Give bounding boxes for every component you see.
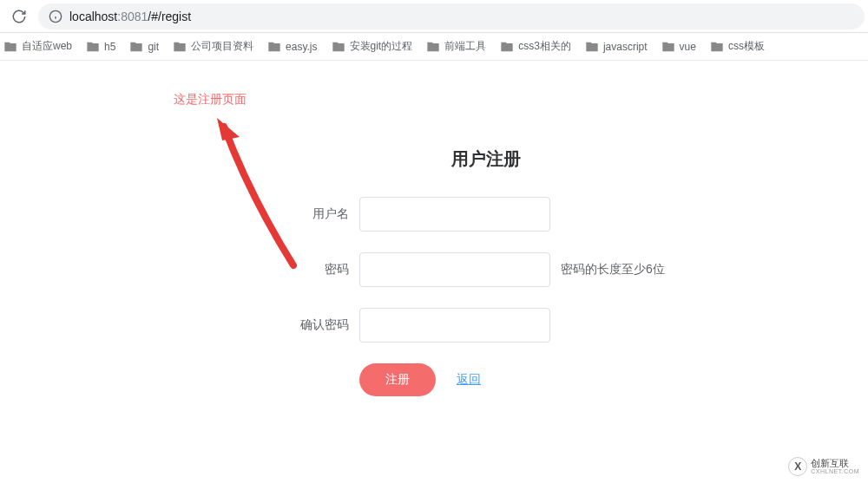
bookmark-item[interactable]: css3相关的 [500,39,571,54]
bookmark-item[interactable]: 安装git的过程 [332,39,413,54]
password-input[interactable] [359,252,550,287]
folder-icon [661,40,675,54]
actions-row: 注册 返回 [359,363,686,396]
bookmark-label: 自适应web [22,39,72,54]
page-tip: 这是注册页面 [174,92,247,108]
signup-form: 用户注册 用户名 密码 密码的长度至少6位 确认密码 注册 返回 [286,147,686,396]
confirm-password-input[interactable] [359,308,550,343]
bookmark-item[interactable]: 自适应web [3,39,72,54]
bookmark-label: css3相关的 [518,39,571,54]
watermark: X 创新互联 CXHLNET.COM [785,455,863,478]
folder-icon [426,40,440,54]
url-path: /#/regist [148,10,191,23]
bookmark-item[interactable]: 公司项目资料 [173,39,253,54]
watermark-logo-icon: X [788,457,807,476]
watermark-sub: CXHLNET.COM [811,468,859,474]
svg-marker-4 [217,118,240,140]
bookmark-label: 安装git的过程 [350,39,413,54]
folder-icon [3,40,17,54]
page-body: 这是注册页面 用户注册 用户名 密码 密码的长度至少6位 确认密码 注册 返回 [0,61,868,483]
folder-icon [86,40,100,54]
url-host: localhost [69,10,117,23]
reload-icon[interactable] [9,6,30,27]
form-title: 用户注册 [286,147,686,171]
username-input[interactable] [359,197,550,232]
bookmark-label: vue [680,41,696,53]
password-hint: 密码的长度至少6位 [561,262,665,277]
url-port: :8081 [117,10,148,23]
username-label: 用户名 [286,206,359,222]
bookmark-label: 公司项目资料 [191,39,253,54]
bookmark-label: easy.js [286,41,317,53]
watermark-brand: 创新互联 [811,459,859,468]
bookmark-label: 前端工具 [444,39,486,54]
confirm-password-row: 确认密码 [286,308,686,343]
bookmark-item[interactable]: h5 [86,40,115,54]
bookmark-item[interactable]: vue [661,40,696,54]
folder-icon [173,40,187,54]
folder-icon [500,40,514,54]
password-row: 密码 密码的长度至少6位 [286,252,686,287]
back-link[interactable]: 返回 [457,372,481,388]
site-info-icon[interactable] [49,10,62,23]
folder-icon [129,40,143,54]
address-bar[interactable]: localhost:8081/#/regist [38,3,865,29]
bookmark-label: git [148,41,159,53]
bookmark-label: javascript [603,41,648,53]
folder-icon [585,40,599,54]
bookmark-item[interactable]: css模板 [710,39,765,54]
folder-icon [332,40,345,54]
username-row: 用户名 [286,197,686,232]
confirm-password-label: 确认密码 [286,317,359,333]
bookmark-item[interactable]: javascript [585,40,648,54]
bookmarks-bar: 自适应web h5 git 公司项目资料 easy.js 安装git的过程 前端… [0,33,868,61]
password-label: 密码 [286,262,359,277]
bookmark-item[interactable]: easy.js [267,40,317,54]
browser-toolbar: localhost:8081/#/regist [0,0,868,33]
bookmark-label: css模板 [728,39,765,54]
folder-icon [710,40,724,54]
folder-icon [267,40,281,54]
submit-button[interactable]: 注册 [359,363,436,396]
bookmark-item[interactable]: 前端工具 [426,39,486,54]
bookmark-item[interactable]: git [129,40,159,54]
bookmark-label: h5 [104,41,115,53]
